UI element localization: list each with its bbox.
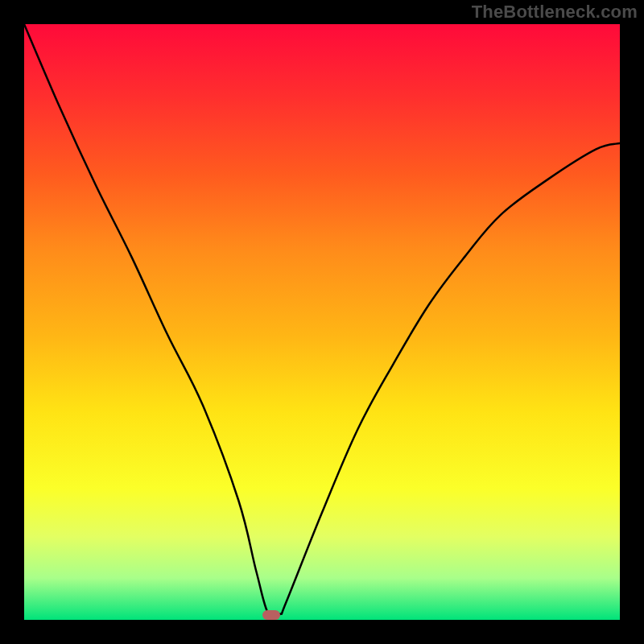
optimal-marker	[262, 610, 280, 620]
chart-frame: TheBottleneck.com	[0, 0, 644, 644]
bottleneck-curve	[24, 24, 620, 620]
watermark-text: TheBottleneck.com	[472, 2, 638, 23]
